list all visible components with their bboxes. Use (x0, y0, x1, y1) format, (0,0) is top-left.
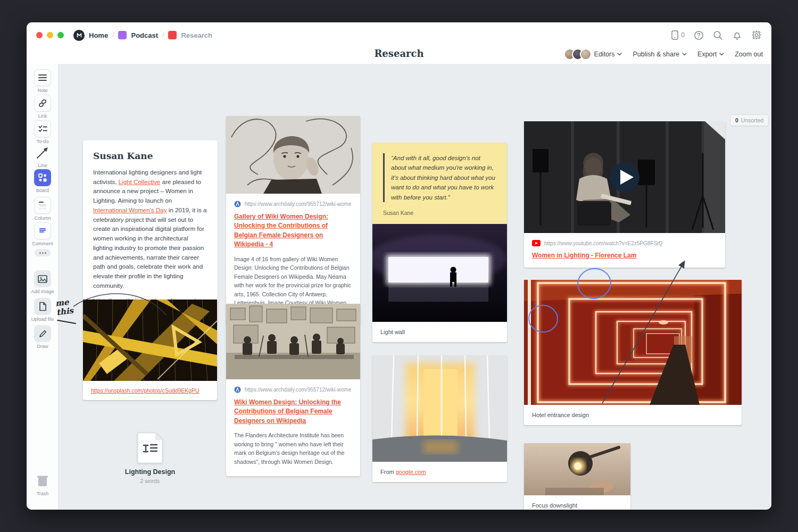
podcast-board-icon (118, 31, 127, 39)
editor-avatars (564, 48, 592, 60)
link-url: https://www.archdaily.com/955712/wiki-wo… (245, 201, 351, 207)
more-tools-button[interactable] (27, 249, 59, 256)
tool-label: Add image (31, 289, 54, 294)
tool-label: Column (34, 215, 51, 221)
settings-button[interactable] (751, 30, 762, 40)
note-card-susan-kane[interactable]: Susan Kane International lighting design… (83, 140, 218, 324)
research-board-icon (168, 31, 177, 39)
gear-icon (751, 30, 762, 40)
link-icon (34, 95, 51, 112)
close-window-button[interactable] (36, 32, 43, 38)
unsorted-badge[interactable]: 0 Unsorted (730, 114, 769, 126)
gold-installation-image (83, 300, 217, 381)
minimize-window-button[interactable] (47, 32, 53, 38)
tool-comment[interactable]: Comment (27, 222, 59, 246)
ellipsis-icon (35, 249, 51, 256)
board-icon (34, 169, 51, 186)
document-card-lighting-design[interactable]: Lighting Design 2 words (116, 433, 184, 484)
export-button[interactable]: Export (697, 51, 724, 58)
publish-share-button[interactable]: Publish & share (633, 51, 687, 58)
hotel-entrance-image (524, 280, 742, 405)
search-button[interactable] (713, 30, 723, 40)
chevron-down-icon (719, 53, 724, 56)
mobile-sync-button[interactable]: 0 (671, 30, 685, 40)
tool-board[interactable]: Board (27, 169, 59, 193)
classroom-photo (226, 304, 360, 379)
tool-column[interactable]: Column (27, 197, 59, 221)
trash-button[interactable]: Trash (27, 472, 59, 496)
board-canvas[interactable]: Note Link To-do Line (27, 64, 771, 510)
tool-add-image[interactable]: Add image (27, 270, 59, 294)
milanote-logo-icon (73, 30, 85, 41)
column-icon (34, 197, 51, 214)
arch2-title-link[interactable]: Wiki Women Design: Unlocking the Contrib… (226, 393, 360, 426)
arch1-title-link[interactable]: Gallery of Wiki Women Design: Unlocking … (226, 207, 360, 250)
intl-womens-day-link[interactable]: International Women's Day (93, 206, 167, 213)
tool-note[interactable]: Note (27, 69, 59, 93)
focus-downlight-image (524, 443, 630, 495)
tool-label: Trash (37, 491, 49, 496)
tool-label: Line (38, 163, 47, 168)
google-link[interactable]: google.com (396, 469, 426, 475)
unsorted-label: Unsorted (741, 117, 764, 123)
breadcrumb-label: Podcast (131, 31, 158, 39)
tool-label: Upload file (31, 317, 54, 322)
help-button[interactable] (694, 30, 704, 40)
app-window: Home / Podcast / Research 0 (27, 22, 771, 510)
portrait-photo (226, 116, 360, 194)
unsplash-link[interactable]: https://unsplash.com/photos/cSudd9EKgPU (91, 387, 200, 394)
light-collective-link[interactable]: Light Collective (119, 178, 161, 185)
caption-text: From (380, 469, 396, 475)
image-card-gold-installation[interactable]: https://unsplash.com/photos/cSudd9EKgPU (83, 300, 217, 400)
tool-todo[interactable]: To-do (27, 120, 59, 144)
video-title-link[interactable]: Women in Lighting - Florence Lam (524, 246, 725, 260)
breadcrumb-podcast[interactable]: Podcast (118, 31, 158, 39)
link-source-row: https://www.archdaily.com/955712/wiki-wo… (226, 379, 360, 393)
link-card-wiki-women-gallery[interactable]: https://www.archdaily.com/955712/wiki-wo… (226, 116, 360, 327)
trash-icon (34, 472, 51, 489)
chevron-down-icon (617, 53, 622, 56)
title-bar: Home / Podcast / Research 0 (27, 22, 771, 48)
chevron-down-icon (682, 53, 687, 56)
image-card-hotel-entrance[interactable]: Hotel entrance design (524, 280, 742, 425)
quote-card[interactable]: “And with it all, good design's not abou… (372, 143, 507, 225)
youtube-icon (532, 240, 541, 246)
tool-upload-file[interactable]: Upload file (27, 298, 59, 322)
video-thumbnail[interactable] (524, 121, 725, 233)
tool-label: To-do (37, 139, 49, 144)
todo-icon (34, 120, 51, 137)
link-url: https://www.archdaily.com/955712/wiki-wo… (245, 387, 351, 393)
breadcrumb-separator: / (112, 31, 114, 39)
video-card-florence-lam[interactable]: https://www.youtube.com/watch?v=E2z5PG8F… (524, 121, 725, 268)
phone-icon (671, 30, 679, 40)
tool-line[interactable]: Line (27, 144, 59, 168)
pencil-icon (34, 325, 51, 342)
image-card-glass-entrance[interactable]: From google.com (372, 355, 507, 482)
image-source-row: https://unsplash.com/photos/cSudd9EKgPU (83, 381, 217, 400)
document-word-count: 2 words (116, 478, 184, 484)
image-card-light-wall[interactable]: Light wall (372, 224, 507, 342)
quote-text: “And with it all, good design's not abou… (391, 153, 496, 202)
link-source-row: https://www.youtube.com/watch?v=E2z5PG8F… (524, 233, 725, 246)
editors-menu[interactable]: Editors (564, 48, 622, 60)
breadcrumb-research[interactable]: Research (168, 31, 212, 39)
note-text: in 2019, it is a celebratory project tha… (93, 206, 206, 289)
image-card-focus-downlight[interactable]: Focus downslight (524, 443, 630, 510)
search-icon (713, 30, 723, 40)
image-caption: Focus downslight (524, 495, 630, 510)
notifications-button[interactable] (732, 30, 742, 40)
maximize-window-button[interactable] (57, 32, 64, 38)
tool-label: Comment (32, 241, 53, 246)
breadcrumb-label: Home (89, 31, 108, 39)
tool-link[interactable]: Link (27, 95, 59, 119)
document-icon (137, 433, 163, 463)
document-title: Lighting Design (116, 468, 184, 476)
bell-icon (732, 30, 742, 40)
add-image-icon (34, 270, 51, 287)
unsorted-count: 0 (735, 117, 738, 123)
export-label: Export (697, 51, 717, 58)
tool-draw[interactable]: Draw (27, 325, 59, 349)
link-card-wiki-women-design[interactable]: https://www.archdaily.com/955712/wiki-wo… (226, 304, 360, 476)
breadcrumb-home[interactable]: Home (73, 30, 108, 41)
zoom-out-button[interactable]: Zoom out (735, 51, 763, 58)
